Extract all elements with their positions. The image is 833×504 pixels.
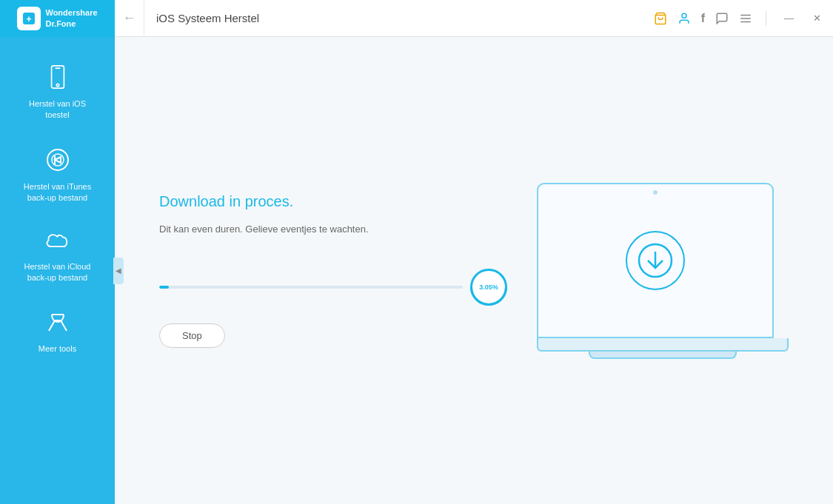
progress-circle: 3.05% [470,269,507,306]
download-title: Download in proces. [159,193,507,210]
svg-point-3 [682,13,686,18]
right-panel [537,183,789,359]
logo-area: + Wondershare Dr.Fone [0,0,115,37]
download-subtitle: Dit kan even duren. Gelieve eventjes te … [159,224,507,235]
laptop-base [537,338,789,352]
itunes-icon [46,148,70,175]
sidebar-label-more-tools: Meer tools [39,343,76,355]
title-sep [766,11,766,26]
title-bar: + Wondershare Dr.Fone ← iOS Systeem Hers… [0,0,833,37]
main-layout: Herstel van iOStoestel Herstel van iTune… [0,37,833,504]
progress-bar-background [159,286,463,289]
back-button[interactable]: ← [115,0,144,37]
drfone-logo-svg: + [21,11,36,26]
cloud-icon [44,231,71,255]
laptop-camera [653,190,658,195]
logo-text: Wondershare Dr.Fone [45,7,97,29]
sidebar-label-itunes-backup: Herstel van iTunesback-up bestand [24,181,91,204]
user-icon[interactable] [678,12,691,25]
title-bar-actions: f — ✕ [654,11,833,26]
sidebar-label-icloud-backup: Herstel van iCloudback-up bestand [24,261,91,284]
sidebar-item-ios-device[interactable]: Herstel van iOStoestel [0,52,115,135]
svg-text:+: + [27,14,32,24]
laptop-screen [537,183,774,338]
sidebar: Herstel van iOStoestel Herstel van iTune… [0,37,115,504]
menu-icon[interactable] [739,12,752,25]
stop-button[interactable]: Stop [159,323,225,348]
laptop-illustration [537,183,789,359]
logo-icon: + [17,7,41,30]
progress-percent-label: 3.05% [479,283,498,291]
tools-icon [46,310,70,337]
page-title: iOS Systeem Herstel [144,12,654,24]
cart-icon[interactable] [654,12,667,25]
sidebar-collapse-button[interactable]: ◀ [113,258,124,284]
svg-point-8 [56,84,58,86]
sidebar-label-ios-device: Herstel van iOStoestel [29,98,86,121]
facebook-icon[interactable]: f [701,12,705,25]
svg-rect-7 [51,66,64,88]
svg-point-10 [47,149,68,170]
content-area: Download in proces. Dit kan even duren. … [115,37,833,504]
progress-section: 3.05% Stop [159,269,507,348]
sidebar-item-icloud-backup[interactable]: Herstel van iCloudback-up bestand [0,218,115,298]
minimize-button[interactable]: — [780,13,798,24]
download-icon [626,231,685,290]
phone-icon [47,65,68,93]
progress-bar-fill [159,286,169,289]
sidebar-item-itunes-backup[interactable]: Herstel van iTunesback-up bestand [0,135,115,218]
sidebar-item-more-tools[interactable]: Meer tools [0,297,115,368]
progress-bar-row: 3.05% [159,269,507,306]
close-button[interactable]: ✕ [809,13,826,24]
laptop-stand [589,352,737,359]
speech-icon[interactable] [715,12,729,25]
left-panel: Download in proces. Dit kan even duren. … [159,193,507,348]
